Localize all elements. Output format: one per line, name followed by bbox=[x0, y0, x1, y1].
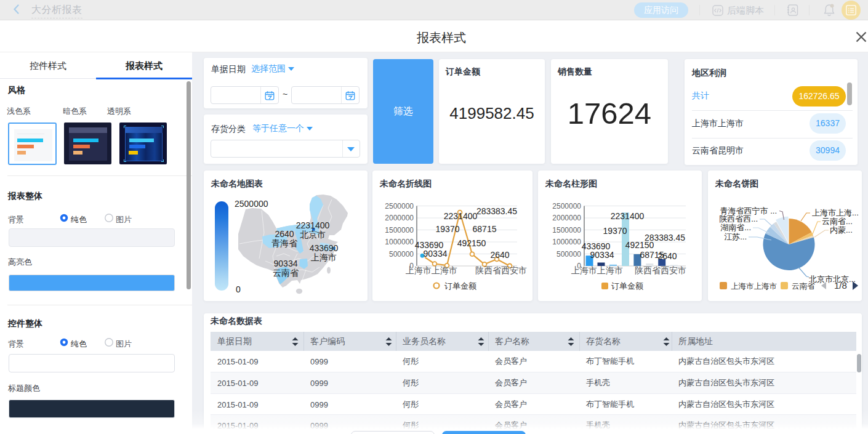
svg-text:2231400: 2231400 bbox=[611, 211, 645, 221]
svg-text:1000000: 1000000 bbox=[552, 238, 581, 246]
svg-text:500000: 500000 bbox=[389, 250, 414, 259]
svg-text:283383.45: 283383.45 bbox=[645, 233, 685, 243]
svg-text:北京市北京...: 北京市北京... bbox=[809, 275, 856, 284]
svg-text:江苏...: 江苏... bbox=[724, 232, 747, 241]
svg-text:订单金额: 订单金额 bbox=[611, 281, 643, 291]
svg-text:1000000: 1000000 bbox=[385, 238, 414, 246]
svg-text:19370: 19370 bbox=[436, 224, 460, 234]
svg-text:2640: 2640 bbox=[490, 250, 509, 260]
svg-text:陕西省西...: 陕西省西... bbox=[719, 214, 758, 223]
svg-text:内蒙...: 内蒙... bbox=[830, 225, 853, 235]
svg-text:492150: 492150 bbox=[457, 238, 486, 248]
svg-text:上海市上海市: 上海市上海市 bbox=[731, 282, 777, 291]
svg-text:90334: 90334 bbox=[590, 250, 614, 260]
svg-text:2000000: 2000000 bbox=[552, 214, 581, 222]
svg-text:2000000: 2000000 bbox=[385, 214, 414, 222]
svg-text:1/8: 1/8 bbox=[834, 280, 847, 291]
svg-text:1500000: 1500000 bbox=[385, 226, 414, 235]
svg-text:2500000: 2500000 bbox=[385, 202, 414, 211]
svg-text:上海市上海市: 上海市上海市 bbox=[406, 265, 457, 275]
svg-text:283383.45: 283383.45 bbox=[476, 206, 517, 216]
svg-text:2231400: 2231400 bbox=[444, 211, 478, 221]
svg-text:上海市上海...: 上海市上海... bbox=[812, 208, 859, 217]
svg-text:云南省...: 云南省... bbox=[822, 217, 853, 226]
svg-text:湖南省...: 湖南省... bbox=[720, 223, 751, 232]
svg-text:2500000: 2500000 bbox=[552, 202, 581, 211]
svg-text:90334: 90334 bbox=[424, 249, 448, 259]
svg-text:上海市上海市: 上海市上海市 bbox=[571, 265, 623, 275]
svg-text:68715: 68715 bbox=[473, 224, 497, 234]
svg-text:云南省: 云南省 bbox=[792, 282, 815, 291]
svg-text:19370: 19370 bbox=[603, 226, 627, 236]
svg-text:2640: 2640 bbox=[657, 251, 677, 261]
svg-text:陕西省西安市: 陕西省西安市 bbox=[475, 265, 527, 275]
svg-text:陕西省西安市: 陕西省西安市 bbox=[635, 265, 686, 275]
svg-text:1500000: 1500000 bbox=[552, 226, 581, 235]
svg-text:500000: 500000 bbox=[557, 250, 581, 259]
svg-text:订单金额: 订单金额 bbox=[444, 281, 476, 291]
